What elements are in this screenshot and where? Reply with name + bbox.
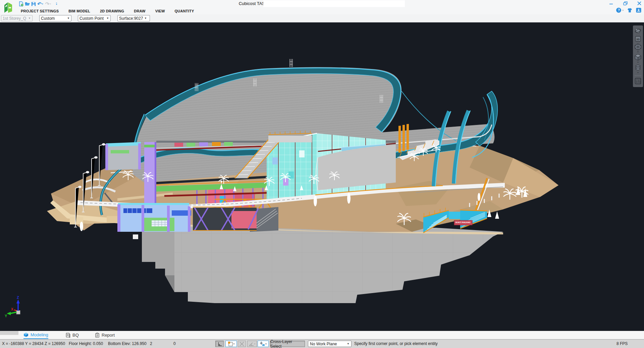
menu-project-settings[interactable]: PROJECT SETTINGS bbox=[21, 9, 59, 13]
undo-caret[interactable]: ▾ bbox=[42, 3, 43, 5]
fps-readout: 8 FPS bbox=[616, 341, 628, 346]
work-plane-selector[interactable]: No Work Plane▼ bbox=[308, 341, 352, 347]
orbit-icon bbox=[635, 27, 641, 34]
bq-document-icon bbox=[66, 333, 70, 338]
undo-icon: ↶ bbox=[37, 1, 42, 6]
save-icon bbox=[31, 2, 36, 6]
category-selector[interactable]: Custom▼ bbox=[39, 15, 71, 21]
2d-view-icon: 2D bbox=[635, 36, 641, 42]
region-snap-caret[interactable]: ▾ bbox=[233, 343, 235, 345]
customize-toolbar-icon: ▾ bbox=[56, 3, 57, 5]
element-type-selector[interactable]: Custom Point▼ bbox=[78, 15, 111, 21]
ortho-snap-icon bbox=[217, 342, 222, 346]
menu-2d-drawing[interactable]: 2D DRAWING bbox=[100, 9, 124, 13]
download-update-button[interactable] bbox=[636, 8, 641, 13]
menu-draw[interactable]: DRAW bbox=[134, 9, 145, 13]
angle-snap-button[interactable]: ▾ bbox=[247, 341, 257, 347]
title-bar: ◢ ↶ ▾ ↷ ▾ bbox=[0, 0, 644, 7]
command-prompt: Specify first corner point, or pick elem… bbox=[354, 341, 438, 346]
layers-view-caret[interactable]: ▾ bbox=[637, 72, 639, 74]
quick-access-toolbar: ↶ ▾ ↷ ▾ ▾ bbox=[18, 1, 60, 7]
2d-view-button[interactable]: 2D bbox=[634, 35, 642, 43]
bottom-tab-bar: Modeling BQ Report bbox=[0, 331, 644, 339]
minimize-button[interactable] bbox=[608, 1, 614, 6]
point-snap-icon bbox=[260, 341, 265, 346]
redo-caret: ▾ bbox=[50, 3, 51, 5]
redo-icon: ↷ bbox=[45, 1, 50, 6]
tab-bq-label: BQ bbox=[72, 333, 79, 338]
count-b-readout: 0 bbox=[173, 341, 176, 346]
ground-sign: BUKIT PANJANG bbox=[454, 220, 472, 225]
model-viewport[interactable]: bukitpanjang hawker center & market bbox=[0, 22, 644, 331]
intersection-snap-icon bbox=[239, 342, 244, 346]
window-controls bbox=[608, 1, 642, 6]
layers-icon bbox=[634, 64, 642, 71]
report-clipboard-icon bbox=[95, 333, 100, 338]
point-snap-caret[interactable]: ▾ bbox=[265, 343, 267, 345]
axis-z-label: Z bbox=[17, 295, 19, 299]
redo-button[interactable]: ↷ bbox=[45, 1, 50, 7]
theme-skin-button[interactable] bbox=[627, 8, 633, 13]
point-snap-button[interactable]: ▾ bbox=[258, 341, 269, 347]
open-folder-icon bbox=[25, 2, 30, 6]
save-button[interactable] bbox=[31, 1, 36, 7]
help-button[interactable]: ? ▾ bbox=[616, 8, 624, 13]
angle-snap-caret: ▾ bbox=[254, 343, 256, 345]
axis-x-label: X bbox=[11, 307, 13, 311]
window-title: Cubicost TAS bbox=[201, 1, 265, 6]
view-toolbar: 2D ▾ ▾ ▾ bbox=[633, 25, 643, 87]
wireframe-view-button[interactable] bbox=[634, 43, 642, 51]
wireframe-cube-icon bbox=[634, 43, 642, 51]
new-file-icon bbox=[19, 1, 23, 6]
new-file-button[interactable] bbox=[18, 1, 24, 7]
region-snap-button[interactable]: ▾ bbox=[225, 341, 237, 347]
help-icon: ? bbox=[616, 8, 621, 13]
close-button[interactable] bbox=[637, 1, 642, 6]
lower-left-building[interactable] bbox=[117, 203, 258, 232]
shaded-view-button[interactable] bbox=[634, 53, 642, 61]
status-bar: X = -160388 Y = 28434 Z = 126950 Floor H… bbox=[0, 339, 644, 348]
modeling-cube-icon bbox=[23, 332, 29, 337]
tabbar-corner bbox=[0, 331, 18, 335]
title-blank-field bbox=[263, 0, 405, 7]
open-file-button[interactable] bbox=[24, 1, 30, 7]
wireframe-view-caret[interactable]: ▾ bbox=[637, 51, 639, 53]
floor-selector[interactable]: 1st Storey_Q▼ bbox=[1, 15, 33, 21]
shaded-cube-icon bbox=[634, 54, 642, 61]
count-a-readout: 2 bbox=[150, 341, 152, 346]
restore-button[interactable] bbox=[623, 1, 628, 6]
menu-view[interactable]: VIEW bbox=[155, 9, 165, 13]
cursor-coordinates: X = -160388 Y = 28434 Z = 126950 bbox=[2, 341, 65, 346]
menu-quantity[interactable]: QUANTITY bbox=[175, 9, 194, 13]
cross-layer-select-button[interactable]: Cross-Layer Select bbox=[270, 341, 305, 347]
tab-modeling-label: Modeling bbox=[31, 332, 48, 337]
display-settings-icon bbox=[634, 77, 642, 85]
menu-bim-model[interactable]: BIM MODEL bbox=[68, 9, 90, 13]
region-snap-icon bbox=[228, 341, 233, 347]
view-toolbar-divider bbox=[635, 75, 641, 76]
surface-selector[interactable]: Surface:90272▼ bbox=[117, 15, 150, 21]
tab-modeling[interactable]: Modeling bbox=[23, 331, 48, 339]
ground-sign-text: BUKIT PANJANG bbox=[455, 221, 471, 223]
layers-view-button[interactable] bbox=[634, 64, 642, 72]
selection-toolbar: 1st Storey_Q▼ Custom▼ Custom Point▼ Surf… bbox=[0, 14, 644, 22]
axis-y-label: Y bbox=[5, 314, 7, 318]
bottom-elev-readout: Bottom Elev: 126.950 bbox=[108, 341, 147, 346]
ortho-snap-button[interactable] bbox=[215, 341, 224, 347]
display-settings-button[interactable] bbox=[634, 77, 642, 85]
tab-report[interactable]: Report bbox=[95, 331, 115, 339]
menu-bar: PROJECT SETTINGS BIM MODEL 2D DRAWING DR… bbox=[0, 7, 644, 14]
shaded-view-caret[interactable]: ▾ bbox=[637, 61, 639, 64]
undo-button[interactable]: ↶ bbox=[37, 1, 42, 7]
tab-report-label: Report bbox=[102, 333, 115, 338]
help-caret[interactable]: ▾ bbox=[622, 9, 624, 12]
bim-3d-scene: bukitpanjang hawker center & market bbox=[0, 22, 644, 331]
customize-toolbar-button[interactable]: ▾ bbox=[54, 1, 59, 7]
tab-bq[interactable]: BQ bbox=[66, 331, 79, 339]
app-logo-icon[interactable] bbox=[3, 1, 13, 14]
2d-view-label: 2D bbox=[636, 38, 640, 41]
floor-height-readout: Floor Height: 0.050 bbox=[69, 341, 103, 346]
intersection-snap-button[interactable] bbox=[238, 341, 246, 347]
orbit-view-button[interactable] bbox=[634, 27, 642, 35]
angle-snap-icon bbox=[249, 342, 254, 346]
